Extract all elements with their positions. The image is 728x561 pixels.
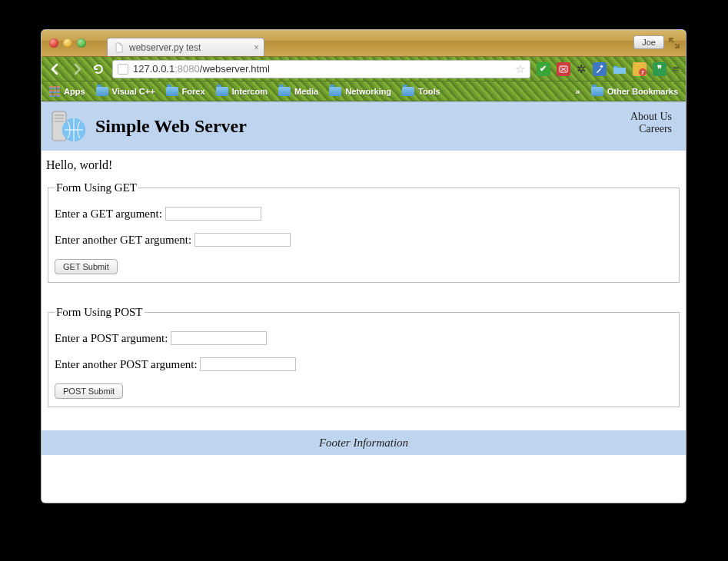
folder-icon <box>402 87 414 96</box>
other-bookmarks[interactable]: Other Bookmarks <box>591 87 678 96</box>
fullscreen-icon[interactable] <box>669 38 680 48</box>
apps-button[interactable]: Apps <box>49 86 85 97</box>
bookmark-label: Media <box>294 87 318 96</box>
bookmark-label: Networking <box>345 87 391 96</box>
bookmark-label: Forex <box>182 87 205 96</box>
header-links: About Us Careers <box>630 111 672 135</box>
server-globe-icon <box>49 107 88 145</box>
get-arg2-input[interactable] <box>194 233 291 247</box>
close-icon[interactable] <box>49 38 58 48</box>
tab-title: webserver.py test <box>129 42 201 53</box>
folder-icon <box>329 87 341 96</box>
post-arg2-input[interactable] <box>200 357 296 371</box>
apps-grid-icon <box>49 86 60 97</box>
page-icon <box>118 64 128 75</box>
bookmark-folder[interactable]: Media <box>278 87 318 96</box>
window-controls <box>49 38 86 48</box>
page-body: Hello, world! Form Using GET Enter a GET… <box>42 151 686 455</box>
bookmark-folder[interactable]: Networking <box>329 87 391 96</box>
about-link[interactable]: About Us <box>630 111 672 123</box>
extension-block-icon[interactable] <box>557 62 570 76</box>
forward-button[interactable] <box>69 63 85 75</box>
extension-notify-icon[interactable]: 7 <box>633 62 647 76</box>
extension-quote-icon[interactable]: ❞ <box>653 62 667 76</box>
folder-icon <box>591 87 603 96</box>
bookmark-label: Visual C++ <box>112 87 155 96</box>
folder-icon <box>216 87 228 96</box>
get-arg1-label: Enter a GET argument: <box>55 207 162 220</box>
bookmark-label: Intercom <box>232 87 268 96</box>
back-button[interactable] <box>48 63 63 75</box>
reload-button[interactable] <box>91 63 106 75</box>
overflow-chevron-icon[interactable]: » <box>576 87 580 96</box>
hello-text: Hello, world! <box>46 158 681 172</box>
get-form: Form Using GET Enter a GET argument: Ent… <box>48 181 680 283</box>
bookmarks-bar: Apps Visual C++ Forex Intercom Media Net… <box>42 81 686 101</box>
extension-settings-icon[interactable]: ✲ <box>577 62 587 76</box>
svg-text:7: 7 <box>641 70 644 75</box>
apps-label: Apps <box>64 87 85 96</box>
zoom-icon[interactable] <box>77 38 86 48</box>
svg-rect-8 <box>55 118 64 119</box>
url-host: 127.0.0.1 <box>133 63 175 75</box>
bookmark-folder[interactable]: Intercom <box>216 87 268 96</box>
bookmark-folder[interactable]: Tools <box>402 87 440 96</box>
browser-tab[interactable]: webserver.py test × <box>107 38 264 56</box>
get-arg1-input[interactable] <box>165 207 261 221</box>
url-port: :8080 <box>175 63 200 75</box>
svg-rect-9 <box>55 121 64 122</box>
bookmark-folder[interactable]: Visual C++ <box>96 87 155 96</box>
bookmark-label: Tools <box>418 87 440 96</box>
folder-icon <box>96 87 108 96</box>
bookmark-folder[interactable]: Forex <box>166 87 205 96</box>
careers-link[interactable]: Careers <box>630 123 672 135</box>
post-arg1-label: Enter a POST argument: <box>55 332 168 344</box>
folder-icon <box>166 87 178 96</box>
get-submit-button[interactable]: GET Submit <box>55 259 118 274</box>
post-form: Form Using POST Enter a POST argument: E… <box>48 306 680 407</box>
address-bar[interactable]: 127.0.0.1:8080/webserver.html ☆ <box>112 60 530 78</box>
extension-eyedropper-icon[interactable] <box>593 62 607 76</box>
get-form-legend: Form Using GET <box>55 181 138 194</box>
page-viewport: Simple Web Server About Us Careers Hello… <box>42 101 686 503</box>
extension-check-icon[interactable]: ✔ <box>537 62 550 76</box>
page-title: Simple Web Server <box>95 116 247 137</box>
svg-rect-7 <box>55 115 64 116</box>
post-arg2-label: Enter another POST argument: <box>55 358 198 370</box>
extension-folder-icon[interactable] <box>613 62 627 76</box>
file-icon <box>114 42 125 53</box>
post-form-legend: Form Using POST <box>55 306 145 319</box>
page-footer: Footer Information <box>42 430 686 455</box>
post-arg1-input[interactable] <box>171 331 267 345</box>
profile-button[interactable]: Joe <box>633 35 664 49</box>
svg-rect-1 <box>600 65 603 68</box>
browser-window: webserver.py test × Joe 127.0.0.1:8080/w… <box>41 29 686 503</box>
other-bookmarks-label: Other Bookmarks <box>607 87 678 96</box>
svg-rect-2 <box>613 68 626 74</box>
bookmark-star-icon[interactable]: ☆ <box>515 62 525 76</box>
url-path: /webserver.html <box>200 63 270 75</box>
get-arg2-label: Enter another GET argument: <box>55 234 191 246</box>
post-submit-button[interactable]: POST Submit <box>55 383 123 399</box>
browser-toolbar: 127.0.0.1:8080/webserver.html ☆ ✔ ✲ 7 ❞ … <box>42 57 686 81</box>
folder-icon <box>278 87 291 96</box>
page-header: Simple Web Server About Us Careers <box>42 101 686 151</box>
menu-icon[interactable]: ≡ <box>673 62 680 76</box>
minimize-icon[interactable] <box>63 38 72 48</box>
titlebar: webserver.py test × Joe <box>42 30 686 57</box>
tab-close-icon[interactable]: × <box>254 42 259 53</box>
